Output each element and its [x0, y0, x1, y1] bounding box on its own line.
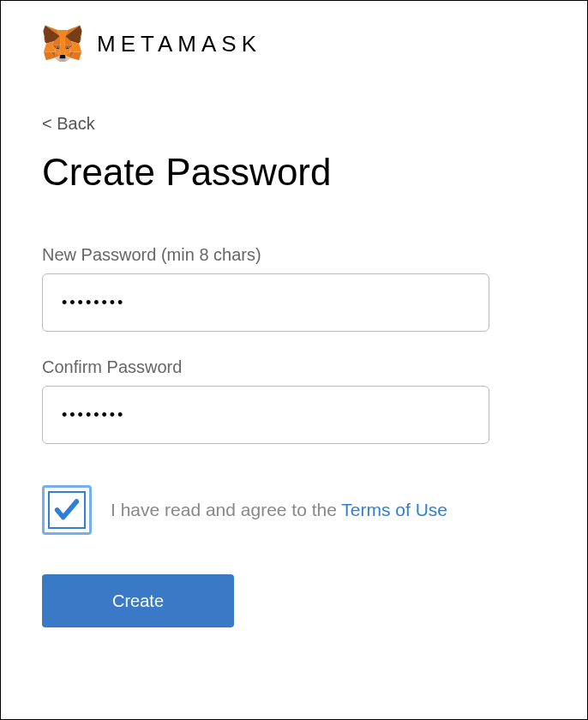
- new-password-input[interactable]: ••••••••: [42, 273, 489, 332]
- app-header: METAMASK: [42, 25, 546, 63]
- agreement-prefix: I have read and agree to the: [111, 500, 341, 519]
- confirm-password-label: Confirm Password: [42, 357, 546, 377]
- new-password-value: ••••••••: [62, 294, 125, 312]
- new-password-label: New Password (min 8 chars): [42, 245, 546, 265]
- terms-checkbox[interactable]: [42, 485, 92, 535]
- agreement-text: I have read and agree to the Terms of Us…: [111, 500, 447, 520]
- new-password-group: New Password (min 8 chars) ••••••••: [42, 245, 546, 332]
- confirm-password-input[interactable]: ••••••••: [42, 386, 489, 444]
- metamask-fox-icon: [42, 25, 83, 63]
- page-title: Create Password: [42, 151, 546, 194]
- checkmark-icon: [52, 495, 81, 525]
- create-button-label: Create: [112, 591, 164, 611]
- create-button[interactable]: Create: [42, 574, 234, 627]
- checkbox-inner: [48, 491, 86, 529]
- svg-marker-23: [59, 55, 65, 59]
- app-window: METAMASK < Back Create Password New Pass…: [0, 0, 588, 720]
- confirm-password-group: Confirm Password ••••••••: [42, 357, 546, 444]
- confirm-password-value: ••••••••: [62, 406, 125, 424]
- terms-of-use-link[interactable]: Terms of Use: [341, 500, 447, 519]
- brand-name: METAMASK: [97, 31, 261, 57]
- back-link[interactable]: < Back: [42, 114, 95, 134]
- agreement-row: I have read and agree to the Terms of Us…: [42, 485, 546, 535]
